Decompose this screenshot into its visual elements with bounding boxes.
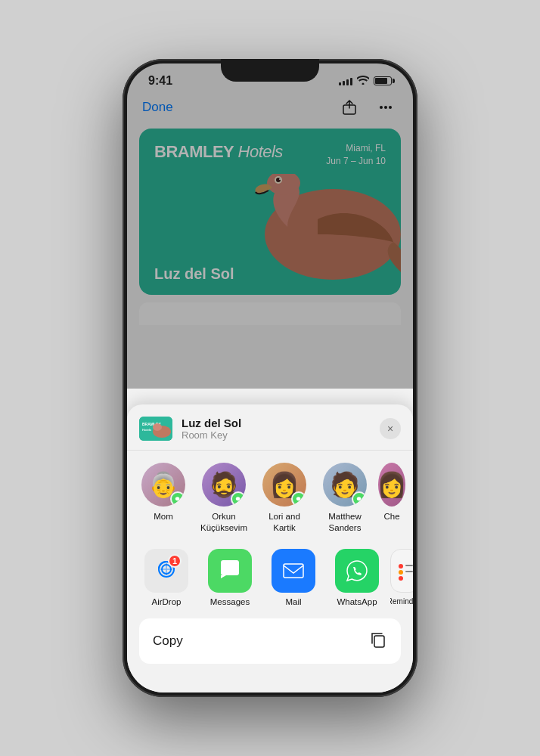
- contacts-row: 👵 Mom 🧔: [127, 451, 413, 540]
- signal-icon: [339, 76, 352, 85]
- svg-text:Hotels: Hotels: [142, 428, 152, 432]
- mail-icon: [272, 549, 315, 593]
- svg-point-13: [153, 423, 162, 431]
- contact-item-che[interactable]: 👩 Che: [378, 463, 405, 534]
- app-item-reminders[interactable]: Reminders: [390, 549, 413, 606]
- reminders-icon: [390, 549, 413, 593]
- copy-label: Copy: [153, 634, 183, 649]
- svg-rect-20: [284, 564, 303, 578]
- notch: [221, 59, 319, 82]
- wifi-icon: [357, 76, 369, 87]
- contact-avatar-matthew: 🧑: [323, 463, 367, 507]
- svg-rect-26: [374, 636, 384, 647]
- messages-badge-orkun: [231, 491, 246, 507]
- contact-item-lori[interactable]: 👩 Lori and Kartik: [257, 463, 312, 534]
- app-name-whatsapp: WhatsApp: [337, 597, 377, 606]
- share-thumbnail: BRAMLEY Hotels: [139, 417, 172, 441]
- share-header: BRAMLEY Hotels Luz del Sol Room Key ×: [127, 404, 413, 451]
- contact-avatar-che: 👩: [378, 463, 405, 507]
- share-close-button[interactable]: ×: [380, 418, 401, 439]
- contact-name-lori: Lori and Kartik: [257, 511, 312, 534]
- contact-name-che: Che: [383, 511, 399, 522]
- svg-rect-24: [405, 565, 413, 566]
- svg-point-23: [399, 576, 403, 581]
- app-name-mail: Mail: [285, 597, 301, 606]
- contact-avatar-orkun: 🧔: [202, 463, 246, 507]
- app-name-messages: Messages: [210, 597, 250, 606]
- contact-name-matthew: Matthew Sanders: [318, 511, 372, 534]
- app-item-mail[interactable]: Mail: [263, 549, 324, 606]
- share-sheet-subtitle: Room Key: [182, 429, 380, 441]
- contact-item-orkun[interactable]: 🧔 Orkun Küçüksevim: [197, 463, 251, 534]
- contact-item-mom[interactable]: 👵 Mom: [136, 463, 191, 534]
- dim-overlay: [127, 64, 413, 389]
- app-item-whatsapp[interactable]: WhatsApp: [327, 549, 387, 606]
- contact-name-mom: Mom: [154, 511, 173, 522]
- app-item-messages[interactable]: Messages: [200, 549, 260, 606]
- whatsapp-icon: [335, 549, 379, 593]
- svg-point-21: [399, 564, 403, 569]
- app-name-airdrop: AirDrop: [152, 597, 182, 606]
- contact-item-matthew[interactable]: 🧑 Matthew Sanders: [318, 463, 372, 534]
- messages-icon: [208, 549, 252, 593]
- contact-avatar-mom: 👵: [141, 463, 185, 507]
- messages-badge-matthew: [352, 491, 367, 507]
- share-sheet: BRAMLEY Hotels Luz del Sol Room Key ×: [127, 404, 413, 692]
- copy-icon: [369, 631, 387, 652]
- share-sheet-title: Luz del Sol: [182, 417, 380, 429]
- messages-badge-mom: [170, 491, 185, 507]
- airdrop-badge: 1: [168, 554, 182, 568]
- status-icons: [339, 76, 392, 87]
- status-time: 9:41: [148, 74, 172, 88]
- app-item-airdrop[interactable]: 1 AirDrop: [136, 549, 197, 606]
- app-name-reminders: Reminders: [390, 597, 413, 606]
- messages-badge-lori: [291, 491, 306, 507]
- contact-name-orkun: Orkun Küçüksevim: [197, 511, 251, 534]
- contact-avatar-lori: 👩: [262, 463, 306, 507]
- airdrop-icon: 1: [144, 549, 188, 593]
- svg-point-22: [399, 570, 403, 575]
- copy-row[interactable]: Copy: [139, 618, 401, 664]
- apps-row: 1 AirDrop Messages: [127, 540, 413, 612]
- battery-icon: [374, 76, 392, 85]
- svg-rect-25: [405, 571, 413, 572]
- phone-screen: 9:41: [127, 64, 413, 692]
